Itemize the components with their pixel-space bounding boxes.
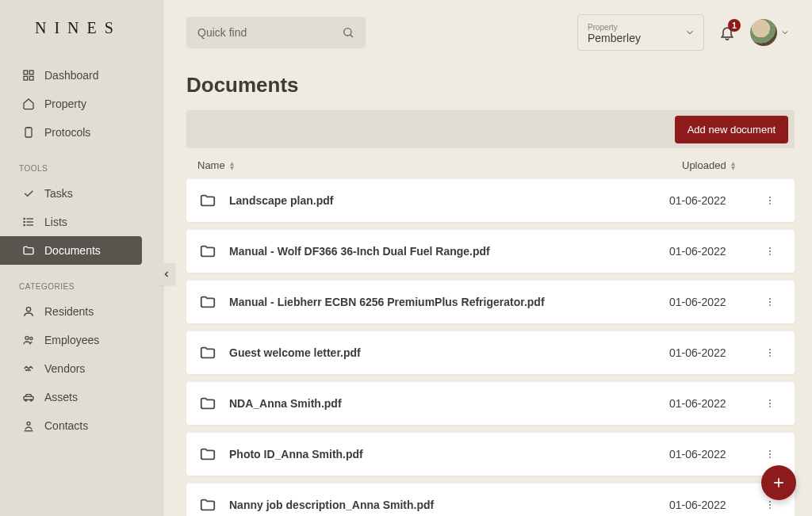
svg-point-28: [769, 301, 771, 303]
column-uploaded[interactable]: Uploaded ▴▾: [682, 159, 777, 171]
add-document-button[interactable]: Add new document: [675, 116, 788, 143]
sidebar-item-label: Dashboard: [44, 69, 99, 82]
svg-point-10: [24, 224, 25, 225]
svg-point-21: [769, 197, 771, 198]
sidebar-item-label: Residents: [44, 305, 94, 318]
sidebar-item-lists[interactable]: Lists: [0, 208, 164, 236]
page-title: Documents: [186, 63, 795, 110]
svg-rect-1: [29, 71, 33, 75]
document-uploaded: 01-06-2022: [669, 296, 749, 308]
svg-point-32: [769, 355, 771, 357]
svg-point-8: [24, 218, 25, 219]
brand-logo: NINES: [0, 14, 164, 61]
row-actions-button[interactable]: [764, 499, 777, 510]
svg-rect-0: [24, 71, 28, 75]
document-uploaded: 01-06-2022: [669, 499, 749, 511]
sidebar-item-assets[interactable]: Assets: [0, 383, 164, 411]
search-icon: [342, 26, 354, 39]
svg-rect-4: [25, 128, 32, 137]
svg-point-39: [769, 501, 771, 503]
avatar: [750, 19, 777, 46]
svg-point-38: [769, 457, 771, 458]
list-icon: [22, 216, 35, 228]
document-row[interactable]: Photo ID_Anna Smith.pdf01-06-2022: [186, 433, 795, 476]
document-row[interactable]: NDA_Anna Smith.pdf01-06-2022: [186, 382, 795, 425]
svg-point-26: [769, 254, 771, 255]
handshake-icon: [22, 362, 35, 375]
sidebar-item-label: Property: [44, 97, 86, 110]
svg-rect-3: [29, 76, 33, 80]
document-row[interactable]: Manual - Liebherr ECBN 6256 PremiumPlus …: [186, 281, 795, 323]
sidebar-item-employees[interactable]: Employees: [0, 326, 164, 354]
document-name: Nanny job description_Anna Smith.pdf: [229, 499, 669, 511]
document-name: Guest welcome letter.pdf: [229, 346, 669, 359]
sidebar-item-tasks[interactable]: Tasks: [0, 179, 164, 208]
svg-point-37: [769, 453, 771, 455]
document-row[interactable]: Landscape plan.pdf01-06-2022: [186, 179, 795, 222]
column-name-label: Name: [197, 159, 225, 171]
folder-icon: [22, 244, 35, 257]
document-list: Landscape plan.pdf01-06-2022Manual - Wol…: [186, 179, 795, 516]
row-actions-button[interactable]: [764, 195, 777, 206]
document-name: Photo ID_Anna Smith.pdf: [229, 448, 669, 461]
notifications-button[interactable]: 1: [718, 24, 736, 41]
sidebar-item-label: Assets: [44, 391, 78, 403]
contacts-icon: [22, 419, 35, 432]
grid-icon: [22, 69, 35, 82]
row-actions-button[interactable]: [764, 347, 777, 358]
document-uploaded: 01-06-2022: [669, 245, 749, 258]
svg-point-23: [769, 203, 771, 204]
svg-point-40: [769, 504, 771, 506]
notification-badge: 1: [728, 19, 741, 32]
row-actions-button[interactable]: [764, 296, 777, 308]
folder-icon: [199, 445, 216, 463]
svg-point-19: [344, 29, 351, 36]
row-actions-button[interactable]: [764, 398, 777, 409]
folder-icon: [199, 395, 216, 412]
sidebar-item-documents[interactable]: Documents: [0, 236, 142, 265]
svg-point-9: [24, 221, 25, 222]
document-uploaded: 01-06-2022: [669, 194, 749, 207]
sidebar-item-vendors[interactable]: Vendors: [0, 354, 164, 383]
sidebar: NINES Dashboard Property Protocols TOOLS: [0, 0, 164, 516]
nav-heading-tools: TOOLS: [0, 153, 164, 179]
sidebar-item-dashboard[interactable]: Dashboard: [0, 61, 164, 90]
property-selector[interactable]: Property Pemberley: [577, 14, 704, 51]
sidebar-item-label: Vendors: [44, 362, 85, 375]
sidebar-item-protocols[interactable]: Protocols: [0, 118, 164, 147]
folder-icon: [199, 243, 216, 260]
svg-point-25: [769, 250, 771, 252]
sidebar-item-label: Tasks: [44, 187, 73, 200]
sidebar-item-residents[interactable]: Residents: [0, 297, 164, 326]
svg-line-20: [350, 35, 353, 37]
document-name: Landscape plan.pdf: [229, 194, 669, 207]
document-row[interactable]: Manual - Wolf DF366 36-Inch Dual Fuel Ra…: [186, 230, 795, 273]
document-name: Manual - Wolf DF366 36-Inch Dual Fuel Ra…: [229, 245, 669, 258]
clipboard-icon: [22, 126, 35, 139]
action-bar: Add new document: [186, 110, 795, 148]
sidebar-item-property[interactable]: Property: [0, 90, 164, 118]
svg-point-29: [769, 304, 771, 306]
user-menu[interactable]: [750, 19, 790, 46]
quick-find-search[interactable]: [186, 17, 366, 48]
document-row[interactable]: Nanny job description_Anna Smith.pdf01-0…: [186, 484, 795, 516]
chevron-down-icon: [684, 27, 695, 38]
sidebar-item-contacts[interactable]: Contacts: [0, 411, 164, 440]
property-label: Property: [588, 23, 694, 32]
svg-point-33: [769, 399, 771, 401]
fab-add-button[interactable]: [761, 465, 796, 500]
search-input[interactable]: [197, 26, 324, 39]
sidebar-collapse-toggle[interactable]: [158, 263, 175, 285]
svg-point-36: [769, 450, 771, 452]
column-name[interactable]: Name ▴▾: [197, 159, 682, 171]
svg-point-27: [769, 298, 771, 300]
row-actions-button[interactable]: [764, 449, 777, 460]
row-actions-button[interactable]: [764, 246, 777, 257]
folder-icon: [199, 496, 216, 514]
svg-rect-2: [24, 76, 28, 80]
svg-point-34: [769, 403, 771, 404]
sidebar-item-label: Lists: [44, 216, 67, 228]
document-row[interactable]: Guest welcome letter.pdf01-06-2022: [186, 331, 795, 374]
document-uploaded: 01-06-2022: [669, 448, 749, 461]
svg-point-12: [25, 336, 29, 339]
